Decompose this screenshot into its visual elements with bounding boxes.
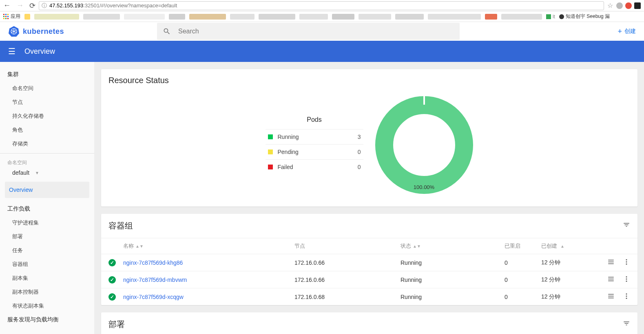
bookmark-item[interactable]: 知道创宇 Seebug 漏 xyxy=(559,13,610,20)
svg-rect-7 xyxy=(5,18,7,19)
logs-icon[interactable] xyxy=(607,292,615,301)
bookmark-item[interactable] xyxy=(34,14,79,20)
bookmark-item[interactable] xyxy=(485,14,497,20)
card-title: 部署 xyxy=(108,319,125,330)
bookmark-item[interactable] xyxy=(501,14,542,20)
pod-name-link[interactable]: nginx-7c87f569d-xcqgw xyxy=(123,294,294,300)
pod-age: 12 分钟 xyxy=(541,293,582,301)
url-input[interactable]: ⓘ 47.52.155.193:32501/#!/overview?namesp… xyxy=(39,1,604,10)
sidebar-item-job[interactable]: 任务 xyxy=(0,244,94,257)
sidebar-section-cluster[interactable]: 集群 xyxy=(0,68,94,81)
filter-icon[interactable] xyxy=(623,320,630,329)
svg-point-19 xyxy=(626,259,627,260)
create-button[interactable]: + 创建 xyxy=(617,27,636,36)
pod-node: 172.16.0.66 xyxy=(294,259,401,266)
sidebar-item-namespace[interactable]: 命名空间 xyxy=(0,81,94,95)
sort-icon: ▲ xyxy=(560,244,564,248)
pod-status: Running xyxy=(401,277,505,283)
bookmark-item[interactable] xyxy=(124,14,165,20)
apps-button[interactable]: 应用 xyxy=(3,13,20,20)
url-rest: :32501/#!/overview?namespace=default xyxy=(83,2,177,9)
reload-icon[interactable]: ⟳ xyxy=(29,1,35,10)
app-header: kubernetes + 创建 xyxy=(0,22,644,41)
namespace-label: 命名空间 xyxy=(0,156,94,166)
sidebar-item-nodes[interactable]: 节点 xyxy=(0,95,94,109)
bookmark-item[interactable]: lt xyxy=(546,14,555,20)
sidebar-item-rc[interactable]: 副本控制器 xyxy=(0,285,94,299)
sort-icon: ▲▼ xyxy=(413,244,421,248)
plus-icon: + xyxy=(617,27,622,36)
namespace-select[interactable]: default ▼ xyxy=(0,166,94,182)
status-ok-icon: ✓ xyxy=(108,293,116,301)
sidebar-item-statefulset[interactable]: 有状态副本集 xyxy=(0,299,94,313)
pods-legend: Pods Running 3 Pending 0 Failed 0 xyxy=(266,116,363,174)
ext-icon[interactable] xyxy=(625,2,632,9)
pod-restarts: 0 xyxy=(505,259,541,266)
forward-icon[interactable]: → xyxy=(16,1,24,10)
apps-icon xyxy=(3,14,9,20)
bookmark-item[interactable] xyxy=(230,14,255,20)
sidebar-item-roles[interactable]: 角色 xyxy=(0,123,94,137)
bookmark-star-icon[interactable]: ☆ xyxy=(607,2,613,9)
pods-card: 容器组 名称▲▼ 节点 状态▲▼ 已重启 已创建▲ ✓ nginx-7c87f5… xyxy=(101,214,637,305)
col-age[interactable]: 已创建▲ xyxy=(541,242,582,250)
sidebar-item-pv[interactable]: 持久化存储卷 xyxy=(0,109,94,123)
search-box[interactable] xyxy=(157,23,460,40)
bookmark-item[interactable] xyxy=(332,14,354,20)
pod-name-link[interactable]: nginx-7c87f569d-mbvwm xyxy=(123,277,294,283)
col-restarts[interactable]: 已重启 xyxy=(505,242,541,250)
legend-row-failed: Failed 0 xyxy=(266,159,363,174)
col-status[interactable]: 状态▲▼ xyxy=(401,242,505,250)
filter-icon[interactable] xyxy=(623,221,630,231)
logs-icon[interactable] xyxy=(607,275,615,284)
pod-name-link[interactable]: nginx-7c87f569d-khg86 xyxy=(123,259,294,266)
bookmark-item[interactable] xyxy=(359,14,391,20)
sidebar-section-discovery[interactable]: 服务发现与负载均衡 xyxy=(0,313,94,327)
logo[interactable]: kubernetes xyxy=(8,26,64,37)
svg-point-22 xyxy=(626,276,627,277)
swatch-icon xyxy=(268,134,273,139)
sidebar-item-pods[interactable]: 容器组 xyxy=(0,257,94,271)
bookmark-item[interactable] xyxy=(189,14,226,20)
search-input[interactable] xyxy=(178,28,454,35)
bookmark-item[interactable] xyxy=(24,14,30,20)
bookmark-bar: 应用 lt 知道创宇 Seebug 漏 xyxy=(0,11,644,22)
sidebar-item-storageclass[interactable]: 存储类 xyxy=(0,137,94,151)
sidebar-divider xyxy=(0,153,94,154)
logs-icon[interactable] xyxy=(607,258,615,267)
card-title: Resource Status xyxy=(101,69,637,92)
back-icon[interactable]: ← xyxy=(3,1,11,10)
sidebar-item-daemonset[interactable]: 守护进程集 xyxy=(0,216,94,230)
col-name[interactable]: 名称▲▼ xyxy=(123,242,294,250)
swatch-icon xyxy=(268,165,273,169)
sidebar-item-replicaset[interactable]: 副本集 xyxy=(0,271,94,285)
browser-extensions xyxy=(616,2,641,9)
resource-status-card: Resource Status Pods Running 3 Pending 0 xyxy=(101,69,637,207)
hamburger-icon[interactable]: ☰ xyxy=(8,46,15,56)
svg-point-27 xyxy=(626,298,627,299)
more-icon[interactable] xyxy=(623,275,630,284)
bookmark-item[interactable] xyxy=(169,14,185,20)
pod-restarts: 0 xyxy=(505,277,541,283)
blue-toolbar: ☰ Overview xyxy=(0,41,644,62)
bookmark-item[interactable] xyxy=(395,14,424,20)
bookmark-item[interactable] xyxy=(299,14,328,20)
col-node[interactable]: 节点 xyxy=(294,242,401,250)
sidebar-item-deployment[interactable]: 部署 xyxy=(0,230,94,244)
bookmark-item[interactable] xyxy=(83,14,120,20)
content: Resource Status Pods Running 3 Pending 0 xyxy=(95,62,644,334)
pod-restarts: 0 xyxy=(505,294,541,300)
sort-icon: ▲▼ xyxy=(135,244,144,248)
ext-icon[interactable] xyxy=(616,2,623,9)
svg-rect-2 xyxy=(7,14,9,15)
bookmark-item[interactable] xyxy=(428,14,481,20)
sidebar-item-overview[interactable]: Overview xyxy=(5,182,89,198)
more-icon[interactable] xyxy=(623,258,630,267)
ext-icon[interactable] xyxy=(634,2,641,9)
svg-rect-0 xyxy=(3,14,4,15)
bookmark-item[interactable] xyxy=(259,14,295,20)
legend-row-pending: Pending 0 xyxy=(266,144,363,159)
more-icon[interactable] xyxy=(623,292,630,301)
svg-rect-6 xyxy=(3,18,4,19)
sidebar-section-workload[interactable]: 工作负载 xyxy=(0,202,94,216)
